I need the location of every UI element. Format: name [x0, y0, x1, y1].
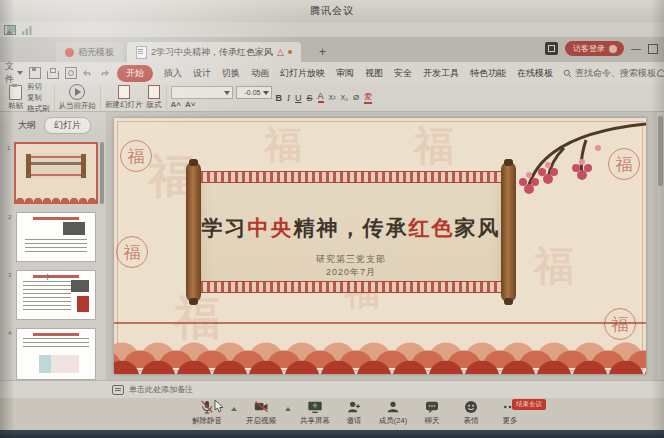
shrink-font-button[interactable]: A˅ [185, 100, 195, 109]
new-tab-button[interactable]: + [313, 42, 332, 62]
camera-off-icon [253, 399, 270, 415]
ribbon-tab-slideshow[interactable]: 幻灯片放映 [280, 67, 325, 80]
mic-muted-icon [199, 399, 215, 415]
share-screen-label: 共享屏幕 [300, 416, 330, 426]
slide-title[interactable]: 学习中央精神，传承红色家风 [186, 214, 516, 242]
font-size-combo[interactable]: -0.05 [236, 86, 272, 99]
more-label: 更多 [503, 416, 518, 426]
italic-button[interactable]: I [287, 93, 290, 103]
restore-button[interactable] [648, 44, 658, 54]
slide-thumbnail-2[interactable]: 2 [16, 212, 96, 262]
ribbon-tab-security[interactable]: 安全 [394, 67, 412, 80]
thumb4-image [39, 355, 79, 373]
tab-docer-templates[interactable]: 稻壳模板 [56, 42, 123, 62]
grow-font-button[interactable]: A˄ [171, 100, 181, 109]
slide-thumbnail-4[interactable]: 4 [16, 328, 96, 380]
underline-button[interactable]: U [295, 93, 302, 103]
chat-button[interactable]: 聊天 [417, 399, 447, 426]
ribbon-tab-transition[interactable]: 切换 [222, 67, 240, 80]
wps-menubar: 文件 开始 插入 设计 切换 动画 幻灯片放映 审阅 视图 安全 开发工具 特色… [0, 62, 664, 84]
sidebar-scrollbar[interactable] [100, 142, 104, 204]
invite-button[interactable]: 邀请 [339, 399, 369, 426]
notes-bar[interactable]: 单击此处添加备注 [0, 380, 664, 398]
tab-docer-label: 稻壳模板 [78, 46, 114, 59]
font-group: -0.05 A˄A˅ B I U S A X² X₂ Ø 爱 [167, 85, 377, 110]
share-screen-button[interactable]: 共享屏幕 [300, 399, 330, 426]
ribbon-tab-review[interactable]: 审阅 [336, 67, 354, 80]
play-from-current-button[interactable]: 从当前开始 [59, 84, 97, 111]
clear-format-button[interactable]: Ø [353, 93, 359, 102]
slides-tab[interactable]: 幻灯片 [44, 117, 91, 134]
font-name-combo[interactable] [171, 86, 233, 99]
ribbon-tab-templates[interactable]: 在线模板 [517, 67, 553, 80]
mouse-cursor [214, 400, 225, 413]
ribbon-tab-devtools[interactable]: 开发工具 [423, 67, 459, 80]
current-slide[interactable]: 福 福 福 福 福 福 福 福 福 福 [114, 118, 646, 374]
bold-button[interactable]: B [276, 93, 283, 103]
picture-icon[interactable] [4, 25, 16, 35]
guest-login-button[interactable]: 访客登录 [565, 41, 624, 56]
ribbon-tab-home[interactable]: 开始 [117, 65, 153, 82]
start-video-button[interactable]: 开启视频 [246, 399, 276, 426]
thumb2-title-line [33, 217, 79, 220]
ribbon-tab-insert[interactable]: 插入 [164, 67, 182, 80]
slide-thumbnail-3[interactable]: 3 [16, 270, 96, 320]
print-preview-icon[interactable] [65, 67, 77, 79]
new-slide-button[interactable]: 新建幻灯片 [105, 85, 143, 110]
print-icon[interactable] [47, 71, 59, 79]
cut-button[interactable]: 剪切 [27, 82, 50, 92]
text-effect-button[interactable]: 爱 [364, 91, 372, 104]
font-color-button[interactable]: A [318, 92, 324, 103]
thumb1-title-line [30, 162, 82, 165]
subscript-button[interactable]: X₂ [341, 94, 348, 101]
redo-icon[interactable] [99, 68, 109, 78]
slide-thumbnail-1[interactable]: 1 [14, 142, 98, 204]
file-menu-label: 文件 [5, 60, 14, 86]
tab-document-label: 2学习中央精神，传承红色家风 [151, 46, 273, 59]
play-group: 从当前开始 [55, 85, 102, 110]
strikethrough-button[interactable]: S [307, 93, 313, 103]
ribbon-tab-design[interactable]: 设计 [193, 67, 211, 80]
unmute-label: 解除静音 [192, 416, 222, 426]
title-part: 精神，传承 [294, 215, 409, 240]
title-part-red: 中央 [248, 215, 294, 240]
mic-options-caret[interactable] [231, 407, 237, 411]
ribbon-tab-features[interactable]: 特色功能 [470, 67, 506, 80]
superscript-button[interactable]: X² [329, 94, 336, 101]
ribbon-tab-view[interactable]: 视图 [365, 67, 383, 80]
thumb3-red-book [77, 296, 89, 312]
save-icon[interactable] [29, 67, 41, 79]
ribbon-right-actions: 未同步 协作 分享 [656, 67, 664, 80]
undo-icon[interactable] [83, 68, 93, 78]
file-menu[interactable]: 文件 [5, 60, 23, 86]
layout-button[interactable]: 版式 [147, 85, 162, 110]
canvas-scrollbar[interactable] [657, 112, 664, 380]
play-from-current-label: 从当前开始 [59, 101, 97, 111]
ribbon-tabs: 开始 插入 设计 切换 动画 幻灯片放映 审阅 视图 安全 开发工具 特色功能 … [117, 65, 553, 82]
chat-icon [424, 399, 440, 415]
tab-current-document[interactable]: 2学习中央精神，传承红色家风 △ [127, 42, 301, 62]
copy-button[interactable]: 复制 [27, 93, 50, 103]
members-icon [385, 399, 401, 415]
sync-status[interactable]: 未同步 [656, 67, 664, 80]
font-size-value: -0.05 [245, 89, 261, 96]
play-icon [69, 84, 85, 100]
video-options-caret[interactable] [285, 407, 291, 411]
command-search[interactable]: 查找命令、搜索模板 [563, 67, 656, 80]
members-button[interactable]: 成员(24) [378, 399, 408, 426]
ribbon-tab-animation[interactable]: 动画 [251, 67, 269, 80]
scroll-border-bottom [186, 281, 516, 293]
workspace-icon[interactable] [545, 42, 558, 55]
slide-subtitle-date[interactable]: 2020年7月 [186, 266, 516, 279]
layout-label: 版式 [147, 100, 162, 110]
emoji-button[interactable]: 表情 [456, 399, 486, 426]
paste-button[interactable]: 粘贴 [8, 85, 23, 111]
end-meeting-button[interactable]: 结束会议 [512, 399, 546, 410]
slide-subtitle-org[interactable]: 研究第三党支部 [186, 253, 516, 266]
add-slide-button[interactable]: + [44, 270, 51, 284]
outline-tab[interactable]: 大纲 [18, 119, 36, 132]
slide-canvas: 福 福 福 福 福 福 福 福 福 福 [106, 112, 657, 380]
slide-number: 4 [8, 330, 11, 336]
minimize-button[interactable]: — [631, 43, 641, 54]
scroll-graphic: 学习中央精神，传承红色家风 研究第三党支部 2020年7月 [186, 162, 516, 302]
